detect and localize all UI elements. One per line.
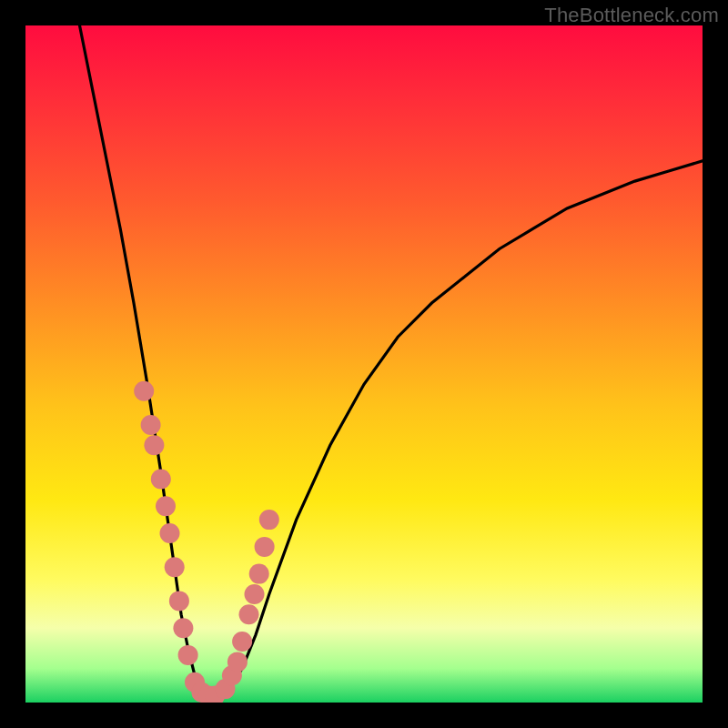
dot xyxy=(156,496,176,516)
dot xyxy=(151,470,171,490)
watermark-text: TheBottleneck.com xyxy=(544,4,719,27)
dot xyxy=(160,523,180,543)
dot xyxy=(228,652,248,672)
dot xyxy=(239,604,259,624)
dot xyxy=(259,510,279,530)
dot xyxy=(173,618,193,638)
dot xyxy=(134,381,154,401)
dot xyxy=(249,564,269,584)
highlight-dots xyxy=(134,381,279,703)
dot xyxy=(178,645,198,665)
dot xyxy=(232,632,252,652)
dot xyxy=(165,557,185,577)
dot xyxy=(141,415,161,435)
dot xyxy=(245,584,265,604)
chart-frame: TheBottleneck.com xyxy=(0,0,728,728)
chart-plot-area xyxy=(25,25,703,703)
dot xyxy=(144,435,164,455)
dot xyxy=(255,537,275,557)
dot xyxy=(169,591,189,611)
chart-svg xyxy=(25,25,703,703)
